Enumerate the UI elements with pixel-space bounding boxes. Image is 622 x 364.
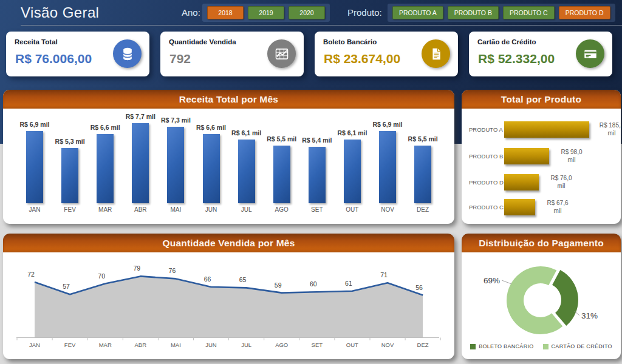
category-label: PRODUTO A [469, 126, 503, 133]
svg-text:JUL: JUL [241, 342, 251, 348]
month-label: JUL [229, 206, 264, 213]
year-button-2019[interactable]: 2019 [248, 6, 284, 19]
month-label: NOV [370, 206, 405, 213]
bar [344, 140, 361, 203]
month-label: JAN [17, 206, 52, 213]
kpi-value: 792 [169, 52, 191, 66]
product-button-c[interactable]: PRODUTO C [503, 6, 555, 19]
bar-value-label: R$ 6,9 mil [13, 121, 56, 128]
bar [309, 147, 326, 203]
bar [167, 127, 184, 203]
credit-card-icon [576, 39, 604, 68]
svg-text:66: 66 [204, 275, 211, 283]
month-label: ABR [123, 206, 158, 213]
bar [273, 146, 290, 203]
month-label: OUT [335, 206, 370, 213]
svg-text:SET: SET [312, 342, 323, 348]
panel-distribuicao-pagamento: Distribuição do Pagamento 69%31% BOLETO … [462, 234, 621, 359]
panel-title-distribuicao-pagamento: Distribuição do Pagamento [462, 234, 621, 252]
kpi-card-quantidade-vendida: Quantidade Vendida 792 [160, 32, 304, 76]
legend-item-boleto: BOLETO BANCÁRIO [470, 343, 533, 349]
svg-text:57: 57 [63, 283, 70, 290]
bar [504, 174, 539, 190]
month-label: JUN [194, 206, 229, 213]
kpi-card-cartao-credito: Cartão de Crédito R$ 52.332,00 [469, 32, 612, 76]
produto-bar-chart: PRODUTO AR$ 185,3milPRODUTO BR$ 98,0milP… [462, 109, 621, 224]
chart-legend: BOLETO BANCÁRIO CARTÃO DE CRÉDITO [462, 343, 621, 349]
produto-label: Produto: [347, 7, 382, 18]
legend-label: CARTÃO DE CRÉDITO [552, 343, 612, 349]
donut-chart-svg: 69%31% [462, 252, 621, 343]
line-chart-icon [267, 39, 296, 68]
donut-svg-host: 69%31% [462, 252, 621, 343]
kpi-label: Receita Total [15, 38, 58, 46]
bar [414, 146, 431, 203]
month-label: FEV [52, 206, 87, 213]
kpi-label: Cartão de Crédito [477, 38, 536, 46]
legend-swatch-boleto [470, 344, 476, 349]
bar [203, 134, 220, 203]
month-label: SET [299, 206, 335, 213]
svg-text:79: 79 [133, 265, 140, 272]
kpi-value: R$ 76.006,00 [15, 52, 92, 66]
bar-value-label: R$ 6,9 mil [366, 121, 409, 128]
kpi-label: Quantidade Vendida [169, 38, 236, 46]
year-button-2020[interactable]: 2020 [289, 6, 325, 19]
document-icon [422, 39, 450, 68]
svg-text:ABR: ABR [135, 342, 147, 348]
panel-title-quantidade-mensal: Quantidade Vendida por Mês [3, 234, 454, 252]
svg-text:DEZ: DEZ [417, 342, 429, 348]
svg-text:59: 59 [275, 281, 282, 289]
panel-title-receita-mensal: Receita Total por Mês [3, 90, 454, 109]
category-label: PRODUTO C [469, 204, 504, 211]
svg-text:JUN: JUN [205, 342, 217, 348]
bar-value-label: R$ 7,3 mil [154, 116, 197, 124]
svg-text:56: 56 [415, 284, 423, 291]
svg-text:71: 71 [380, 271, 388, 278]
year-button-2018[interactable]: 2018 [207, 6, 244, 19]
area-chart-svg: 725770797666655960617156JANFEVMARABRMAIJ… [3, 252, 454, 359]
svg-text:AGO: AGO [275, 342, 288, 348]
category-label: PRODUTO D [469, 179, 504, 186]
pagamento-donut-chart: 69%31% BOLETO BANCÁRIO CARTÃO DE CRÉDITO [462, 252, 621, 359]
bar [504, 199, 535, 215]
legend-label: BOLETO BANCÁRIO [479, 343, 533, 349]
dashboard-page: Visão Geral Ano: 2018 2019 2020 Produto:… [0, 0, 622, 364]
bar [504, 148, 549, 164]
bar-value-label: R$ 5,4 mil [296, 136, 338, 144]
produto-slicer: PRODUTO A PRODUTO B PRODUTO C PRODUTO D [388, 4, 615, 22]
product-button-d[interactable]: PRODUTO D [559, 6, 610, 19]
bar-value-label: R$ 98,0mil [553, 149, 590, 164]
svg-text:61: 61 [345, 280, 352, 287]
panel-total-produto: Total por Produto PRODUTO AR$ 185,3milPR… [462, 90, 621, 224]
product-button-a[interactable]: PRODUTO A [392, 6, 443, 19]
month-label: MAI [158, 206, 193, 213]
database-icon [113, 39, 142, 68]
panel-quantidade-mensal: Quantidade Vendida por Mês 7257707976666… [3, 234, 454, 359]
bar [379, 131, 396, 203]
legend-item-cartao: CARTÃO DE CRÉDITO [543, 343, 612, 349]
panel-receita-mensal: Receita Total por Mês R$ 6,9 milJANR$ 5,… [3, 90, 454, 224]
svg-text:MAI: MAI [171, 342, 181, 348]
quantidade-area-chart: 725770797666655960617156JANFEVMARABRMAIJ… [3, 252, 454, 359]
page-title: Visão Geral [21, 4, 99, 21]
category-label: PRODUTO B [469, 153, 503, 160]
panel-title-total-produto: Total por Produto [462, 90, 621, 109]
bar-value-label: R$ 6,1 mil [331, 129, 374, 136]
bar-value-label: R$ 6,6 mil [84, 124, 126, 131]
product-button-b[interactable]: PRODUTO B [448, 6, 499, 19]
header-divider [21, 25, 622, 25]
receita-bar-chart: R$ 6,9 milJANR$ 5,3 milFEVR$ 6,6 milMARR… [3, 109, 454, 224]
svg-text:OUT: OUT [346, 342, 358, 348]
svg-text:72: 72 [27, 271, 35, 278]
svg-text:69%: 69% [484, 276, 500, 285]
svg-text:70: 70 [98, 272, 105, 280]
svg-text:FEV: FEV [64, 342, 76, 348]
svg-text:MAR: MAR [99, 342, 112, 348]
bar-value-label: R$ 5,5 mil [402, 135, 444, 143]
bar [97, 134, 114, 203]
svg-text:JAN: JAN [29, 342, 40, 348]
month-label: AGO [264, 206, 299, 213]
month-label: DEZ [405, 206, 440, 213]
svg-text:31%: 31% [581, 311, 598, 320]
